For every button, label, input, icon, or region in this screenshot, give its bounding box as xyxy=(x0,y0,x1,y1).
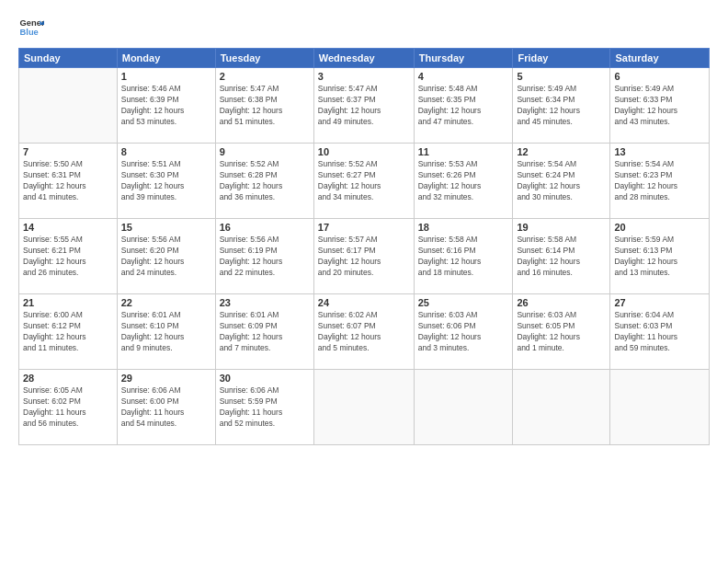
logo: General Blue xyxy=(18,15,44,40)
weekday-header-tuesday: Tuesday xyxy=(215,49,313,68)
day-cell: 4Sunrise: 5:48 AM Sunset: 6:35 PM Daylig… xyxy=(414,68,513,144)
week-row-3: 14Sunrise: 5:55 AM Sunset: 6:21 PM Dayli… xyxy=(19,219,710,294)
day-number: 7 xyxy=(23,146,113,157)
day-number: 5 xyxy=(517,71,606,82)
day-cell: 21Sunrise: 6:00 AM Sunset: 6:12 PM Dayli… xyxy=(19,294,118,370)
day-cell: 24Sunrise: 6:02 AM Sunset: 6:07 PM Dayli… xyxy=(313,294,414,370)
day-cell: 28Sunrise: 6:05 AM Sunset: 6:02 PM Dayli… xyxy=(19,370,118,445)
day-detail: Sunrise: 5:59 AM Sunset: 6:13 PM Dayligh… xyxy=(614,235,705,279)
day-number: 1 xyxy=(121,71,211,82)
day-cell: 6Sunrise: 5:49 AM Sunset: 6:33 PM Daylig… xyxy=(610,68,710,144)
day-cell: 19Sunrise: 5:58 AM Sunset: 6:14 PM Dayli… xyxy=(513,219,610,294)
day-detail: Sunrise: 5:54 AM Sunset: 6:23 PM Dayligh… xyxy=(614,159,705,203)
day-detail: Sunrise: 5:47 AM Sunset: 6:37 PM Dayligh… xyxy=(318,84,410,128)
day-cell: 1Sunrise: 5:46 AM Sunset: 6:39 PM Daylig… xyxy=(117,68,215,144)
day-cell xyxy=(610,370,710,445)
day-number: 21 xyxy=(23,297,113,308)
day-cell: 10Sunrise: 5:52 AM Sunset: 6:27 PM Dayli… xyxy=(313,144,414,219)
day-cell: 16Sunrise: 5:56 AM Sunset: 6:19 PM Dayli… xyxy=(215,219,313,294)
day-number: 9 xyxy=(220,146,310,157)
day-number: 3 xyxy=(318,71,410,82)
day-cell: 30Sunrise: 6:06 AM Sunset: 5:59 PM Dayli… xyxy=(215,370,313,445)
day-cell: 22Sunrise: 6:01 AM Sunset: 6:10 PM Dayli… xyxy=(117,294,215,370)
day-number: 29 xyxy=(121,373,211,384)
day-number: 10 xyxy=(318,146,410,157)
calendar-page: General Blue SundayMondayTuesdayWednesda… xyxy=(0,0,728,563)
weekday-header-saturday: Saturday xyxy=(610,49,710,68)
day-number: 12 xyxy=(517,146,606,157)
day-number: 16 xyxy=(220,222,310,233)
day-number: 6 xyxy=(614,71,705,82)
day-detail: Sunrise: 6:03 AM Sunset: 6:05 PM Dayligh… xyxy=(517,310,606,354)
day-detail: Sunrise: 5:49 AM Sunset: 6:33 PM Dayligh… xyxy=(614,84,705,128)
day-cell: 17Sunrise: 5:57 AM Sunset: 6:17 PM Dayli… xyxy=(313,219,414,294)
day-number: 8 xyxy=(121,146,211,157)
day-number: 22 xyxy=(121,297,211,308)
day-number: 13 xyxy=(614,146,705,157)
day-detail: Sunrise: 5:56 AM Sunset: 6:20 PM Dayligh… xyxy=(121,235,211,279)
day-number: 30 xyxy=(220,373,310,384)
day-detail: Sunrise: 6:01 AM Sunset: 6:10 PM Dayligh… xyxy=(121,310,211,354)
day-cell: 25Sunrise: 6:03 AM Sunset: 6:06 PM Dayli… xyxy=(414,294,513,370)
day-cell: 15Sunrise: 5:56 AM Sunset: 6:20 PM Dayli… xyxy=(117,219,215,294)
day-detail: Sunrise: 5:56 AM Sunset: 6:19 PM Dayligh… xyxy=(220,235,310,279)
day-cell: 3Sunrise: 5:47 AM Sunset: 6:37 PM Daylig… xyxy=(313,68,414,144)
weekday-header-wednesday: Wednesday xyxy=(313,49,414,68)
day-cell: 9Sunrise: 5:52 AM Sunset: 6:28 PM Daylig… xyxy=(215,144,313,219)
day-cell xyxy=(19,68,118,144)
day-number: 14 xyxy=(23,222,113,233)
day-cell: 2Sunrise: 5:47 AM Sunset: 6:38 PM Daylig… xyxy=(215,68,313,144)
day-number: 20 xyxy=(614,222,705,233)
day-number: 2 xyxy=(220,71,310,82)
day-cell: 8Sunrise: 5:51 AM Sunset: 6:30 PM Daylig… xyxy=(117,144,215,219)
day-cell: 18Sunrise: 5:58 AM Sunset: 6:16 PM Dayli… xyxy=(414,219,513,294)
day-detail: Sunrise: 6:02 AM Sunset: 6:07 PM Dayligh… xyxy=(318,310,410,354)
day-detail: Sunrise: 6:06 AM Sunset: 6:00 PM Dayligh… xyxy=(121,385,211,430)
week-row-1: 1Sunrise: 5:46 AM Sunset: 6:39 PM Daylig… xyxy=(19,68,710,144)
day-number: 15 xyxy=(121,222,211,233)
day-number: 23 xyxy=(220,297,310,308)
day-cell: 14Sunrise: 5:55 AM Sunset: 6:21 PM Dayli… xyxy=(19,219,118,294)
day-detail: Sunrise: 5:46 AM Sunset: 6:39 PM Dayligh… xyxy=(121,84,211,128)
day-cell: 23Sunrise: 6:01 AM Sunset: 6:09 PM Dayli… xyxy=(215,294,313,370)
day-detail: Sunrise: 5:58 AM Sunset: 6:14 PM Dayligh… xyxy=(517,235,606,279)
day-number: 17 xyxy=(318,222,410,233)
day-cell: 29Sunrise: 6:06 AM Sunset: 6:00 PM Dayli… xyxy=(117,370,215,445)
day-detail: Sunrise: 5:52 AM Sunset: 6:28 PM Dayligh… xyxy=(220,159,310,203)
day-cell: 20Sunrise: 5:59 AM Sunset: 6:13 PM Dayli… xyxy=(610,219,710,294)
day-cell: 27Sunrise: 6:04 AM Sunset: 6:03 PM Dayli… xyxy=(610,294,710,370)
calendar-table: SundayMondayTuesdayWednesdayThursdayFrid… xyxy=(18,48,710,445)
day-detail: Sunrise: 6:04 AM Sunset: 6:03 PM Dayligh… xyxy=(614,310,705,354)
day-cell: 13Sunrise: 5:54 AM Sunset: 6:23 PM Dayli… xyxy=(610,144,710,219)
day-number: 25 xyxy=(418,297,509,308)
day-cell xyxy=(414,370,513,445)
weekday-header-row: SundayMondayTuesdayWednesdayThursdayFrid… xyxy=(19,49,710,68)
weekday-header-sunday: Sunday xyxy=(19,49,118,68)
day-number: 27 xyxy=(614,297,705,308)
day-detail: Sunrise: 5:47 AM Sunset: 6:38 PM Dayligh… xyxy=(220,84,310,128)
day-number: 11 xyxy=(418,146,509,157)
day-detail: Sunrise: 6:03 AM Sunset: 6:06 PM Dayligh… xyxy=(418,310,509,354)
day-detail: Sunrise: 5:57 AM Sunset: 6:17 PM Dayligh… xyxy=(318,235,410,279)
day-detail: Sunrise: 5:51 AM Sunset: 6:30 PM Dayligh… xyxy=(121,159,211,203)
day-detail: Sunrise: 5:53 AM Sunset: 6:26 PM Dayligh… xyxy=(418,159,509,203)
week-row-4: 21Sunrise: 6:00 AM Sunset: 6:12 PM Dayli… xyxy=(19,294,710,370)
day-detail: Sunrise: 5:50 AM Sunset: 6:31 PM Dayligh… xyxy=(23,159,113,203)
day-number: 24 xyxy=(318,297,410,308)
day-cell: 7Sunrise: 5:50 AM Sunset: 6:31 PM Daylig… xyxy=(19,144,118,219)
day-cell xyxy=(513,370,610,445)
day-cell: 26Sunrise: 6:03 AM Sunset: 6:05 PM Dayli… xyxy=(513,294,610,370)
day-detail: Sunrise: 6:00 AM Sunset: 6:12 PM Dayligh… xyxy=(23,310,113,354)
day-number: 28 xyxy=(23,373,113,384)
day-detail: Sunrise: 5:49 AM Sunset: 6:34 PM Dayligh… xyxy=(517,84,606,128)
day-cell xyxy=(313,370,414,445)
day-detail: Sunrise: 5:55 AM Sunset: 6:21 PM Dayligh… xyxy=(23,235,113,279)
day-detail: Sunrise: 5:48 AM Sunset: 6:35 PM Dayligh… xyxy=(418,84,509,128)
svg-text:Blue: Blue xyxy=(20,28,39,37)
day-detail: Sunrise: 5:54 AM Sunset: 6:24 PM Dayligh… xyxy=(517,159,606,203)
day-cell: 12Sunrise: 5:54 AM Sunset: 6:24 PM Dayli… xyxy=(513,144,610,219)
weekday-header-thursday: Thursday xyxy=(414,49,513,68)
page-header: General Blue xyxy=(18,15,710,40)
day-detail: Sunrise: 6:06 AM Sunset: 5:59 PM Dayligh… xyxy=(220,385,310,430)
weekday-header-monday: Monday xyxy=(117,49,215,68)
